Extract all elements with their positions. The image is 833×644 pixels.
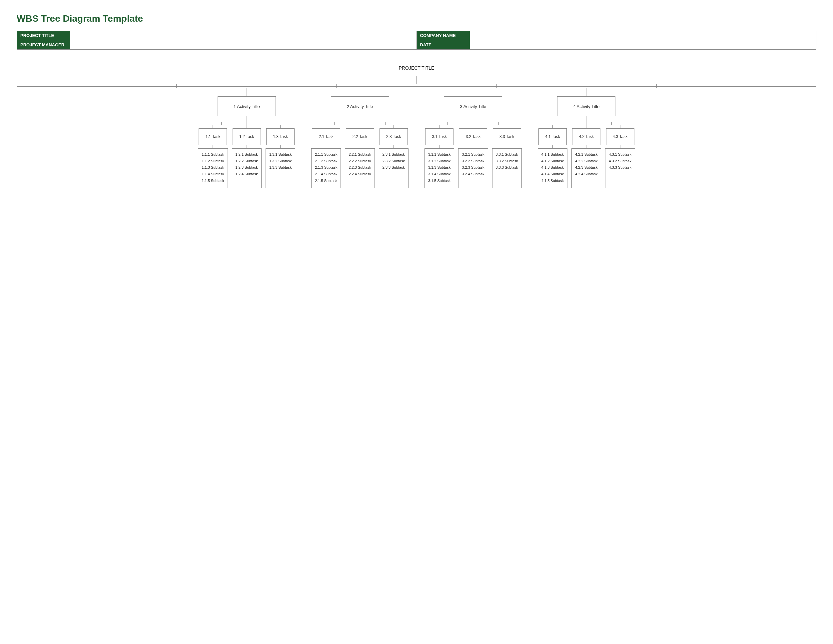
- activity-vline2-3: [473, 116, 473, 122]
- tasks-h-row-1: [196, 122, 297, 125]
- subtask-item: 4.3.2 Subtask: [609, 158, 631, 164]
- subtask-item: 4.1.2 Subtask: [542, 158, 564, 164]
- subtask-item: 2.1.3 Subtask: [315, 164, 337, 171]
- subtask-item: 2.1.2 Subtask: [315, 158, 337, 164]
- page-title: WBS Tree Diagram Template: [17, 13, 816, 24]
- task-box-1.1: 1.1 Task: [199, 128, 227, 145]
- subtask-item: 2.3.1 Subtask: [383, 151, 405, 158]
- task-box-3.2: 3.2 Task: [459, 128, 487, 145]
- subtask-container-1.2: 1.2.1 Subtask1.2.2 Subtask1.2.3 Subtask1…: [232, 148, 262, 188]
- activity-box-2: 2 Activity Title: [331, 97, 389, 116]
- task-box-4.2: 4.2 Task: [572, 128, 600, 145]
- subtask-container-3.3: 3.3.1 Subtask3.3.2 Subtask3.3.3 Subtask: [492, 148, 522, 188]
- header-table: PROJECT TITLE COMPANY NAME PROJECT MANAG…: [17, 31, 816, 50]
- subtask-container-4.2: 4.2.1 Subtask4.2.2 Subtask4.2.3 Subtask4…: [571, 148, 601, 188]
- subtask-item: 3.2.4 Subtask: [462, 171, 484, 177]
- project-title-value[interactable]: [70, 31, 417, 40]
- wbs-diagram: PROJECT TITLE 1 Activity Title1.1 Task1.…: [17, 60, 816, 188]
- subtask-item: 4.2.2 Subtask: [575, 158, 597, 164]
- subtask-item: 3.1.1 Subtask: [428, 151, 450, 158]
- root-node: PROJECT TITLE: [380, 60, 453, 76]
- tasks-h-row-2: [309, 122, 410, 125]
- date-label: DATE: [416, 40, 470, 50]
- subtask-item: 4.1.4 Subtask: [542, 171, 564, 177]
- activity-vline-1: [246, 89, 247, 97]
- project-title-label: PROJECT TITLE: [17, 31, 70, 40]
- subtask-container-2.3: 2.3.1 Subtask2.3.2 Subtask2.3.3 Subtask: [379, 148, 408, 188]
- subtask-item: 1.1.1 Subtask: [202, 151, 224, 158]
- subtask-item: 3.2.2 Subtask: [462, 158, 484, 164]
- tasks-h-row-3: [423, 122, 524, 125]
- subtask-item: 1.3.3 Subtask: [269, 164, 291, 171]
- subtask-container-2.1: 2.1.1 Subtask2.1.2 Subtask2.1.3 Subtask2…: [311, 148, 341, 188]
- subtask-container-2.2: 2.2.1 Subtask2.2.2 Subtask2.2.3 Subtask2…: [345, 148, 375, 188]
- subtask-item: 3.1.2 Subtask: [428, 158, 450, 164]
- subtask-item: 1.2.3 Subtask: [236, 164, 258, 171]
- subtask-item: 4.1.3 Subtask: [542, 164, 564, 171]
- subtask-item: 4.2.1 Subtask: [575, 151, 597, 158]
- subtask-item: 2.3.2 Subtask: [383, 158, 405, 164]
- subtask-item: 4.2.3 Subtask: [575, 164, 597, 171]
- task-group-1.1: 1.1 Task1.1.1 Subtask1.1.2 Subtask1.1.3 …: [198, 125, 228, 188]
- activity-vline2-1: [246, 116, 247, 122]
- activity-vline2-2: [360, 116, 360, 122]
- subtask-item: 1.1.5 Subtask: [202, 178, 224, 184]
- company-name-label: COMPANY NAME: [416, 31, 470, 40]
- subtask-item: 3.1.5 Subtask: [428, 178, 450, 184]
- activity-vline-4: [586, 89, 587, 97]
- subtask-container-1.3: 1.3.1 Subtask1.3.2 Subtask1.3.3 Subtask: [265, 148, 295, 188]
- subtask-item: 1.2.1 Subtask: [236, 151, 258, 158]
- activity-box-1: 1 Activity Title: [217, 97, 276, 116]
- subtask-item: 2.2.2 Subtask: [349, 158, 371, 164]
- activity-vline-2: [360, 89, 360, 97]
- top-h-connector: [17, 84, 816, 89]
- activity-vline2-4: [586, 116, 587, 122]
- activity-group-2: 2 Activity Title2.1 Task2.1.1 Subtask2.1…: [309, 89, 410, 188]
- task-group-3.1: 3.1 Task3.1.1 Subtask3.1.2 Subtask3.1.3 …: [425, 125, 454, 188]
- tasks-h-row-4: [536, 122, 637, 125]
- task-group-2.2: 2.2 Task2.2.1 Subtask2.2.2 Subtask2.2.3 …: [345, 125, 375, 188]
- subtask-item: 4.2.4 Subtask: [575, 171, 597, 177]
- activity-group-3: 3 Activity Title3.1 Task3.1.1 Subtask3.1…: [423, 89, 524, 188]
- subtask-item: 1.3.1 Subtask: [269, 151, 291, 158]
- subtask-item: 1.1.3 Subtask: [202, 164, 224, 171]
- tasks-row-3: 3.1 Task3.1.1 Subtask3.1.2 Subtask3.1.3 …: [423, 125, 524, 188]
- subtask-item: 1.2.2 Subtask: [236, 158, 258, 164]
- task-group-4.2: 4.2 Task4.2.1 Subtask4.2.2 Subtask4.2.3 …: [571, 125, 601, 188]
- date-value[interactable]: [470, 40, 816, 50]
- task-box-1.3: 1.3 Task: [266, 128, 294, 145]
- company-name-value[interactable]: [470, 31, 816, 40]
- activity-box-3: 3 Activity Title: [444, 97, 502, 116]
- subtask-item: 2.2.4 Subtask: [349, 171, 371, 177]
- task-group-2.1: 2.1 Task2.1.1 Subtask2.1.2 Subtask2.1.3 …: [311, 125, 341, 188]
- task-box-4.1: 4.1 Task: [539, 128, 567, 145]
- task-box-2.3: 2.3 Task: [380, 128, 408, 145]
- tasks-row-4: 4.1 Task4.1.1 Subtask4.1.2 Subtask4.1.3 …: [536, 125, 637, 188]
- task-group-2.3: 2.3 Task2.3.1 Subtask2.3.2 Subtask2.3.3 …: [379, 125, 408, 188]
- subtask-container-4.1: 4.1.1 Subtask4.1.2 Subtask4.1.3 Subtask4…: [538, 148, 568, 188]
- subtask-item: 1.2.4 Subtask: [236, 171, 258, 177]
- subtask-item: 4.3.3 Subtask: [609, 164, 631, 171]
- subtask-item: 2.2.1 Subtask: [349, 151, 371, 158]
- project-manager-value[interactable]: [70, 40, 417, 50]
- subtask-item: 3.2.1 Subtask: [462, 151, 484, 158]
- subtask-item: 4.3.1 Subtask: [609, 151, 631, 158]
- task-group-3.3: 3.3 Task3.3.1 Subtask3.3.2 Subtask3.3.3 …: [492, 125, 522, 188]
- subtask-item: 3.1.3 Subtask: [428, 164, 450, 171]
- subtask-container-4.3: 4.3.1 Subtask4.3.2 Subtask4.3.3 Subtask: [605, 148, 635, 188]
- activity-group-4: 4 Activity Title4.1 Task4.1.1 Subtask4.1…: [536, 89, 637, 188]
- activity-vline-3: [473, 89, 473, 97]
- subtask-item: 2.1.4 Subtask: [315, 171, 337, 177]
- subtask-item: 2.1.1 Subtask: [315, 151, 337, 158]
- subtask-item: 2.3.3 Subtask: [383, 164, 405, 171]
- subtask-item: 4.1.1 Subtask: [542, 151, 564, 158]
- task-box-4.3: 4.3 Task: [606, 128, 634, 145]
- subtask-item: 1.1.2 Subtask: [202, 158, 224, 164]
- task-group-4.1: 4.1 Task4.1.1 Subtask4.1.2 Subtask4.1.3 …: [538, 125, 568, 188]
- subtask-item: 4.1.5 Subtask: [542, 178, 564, 184]
- subtask-item: 3.3.3 Subtask: [496, 164, 518, 171]
- task-box-3.1: 3.1 Task: [425, 128, 453, 145]
- task-group-1.3: 1.3 Task1.3.1 Subtask1.3.2 Subtask1.3.3 …: [265, 125, 295, 188]
- task-group-3.2: 3.2 Task3.2.1 Subtask3.2.2 Subtask3.2.3 …: [458, 125, 488, 188]
- subtask-item: 2.1.5 Subtask: [315, 178, 337, 184]
